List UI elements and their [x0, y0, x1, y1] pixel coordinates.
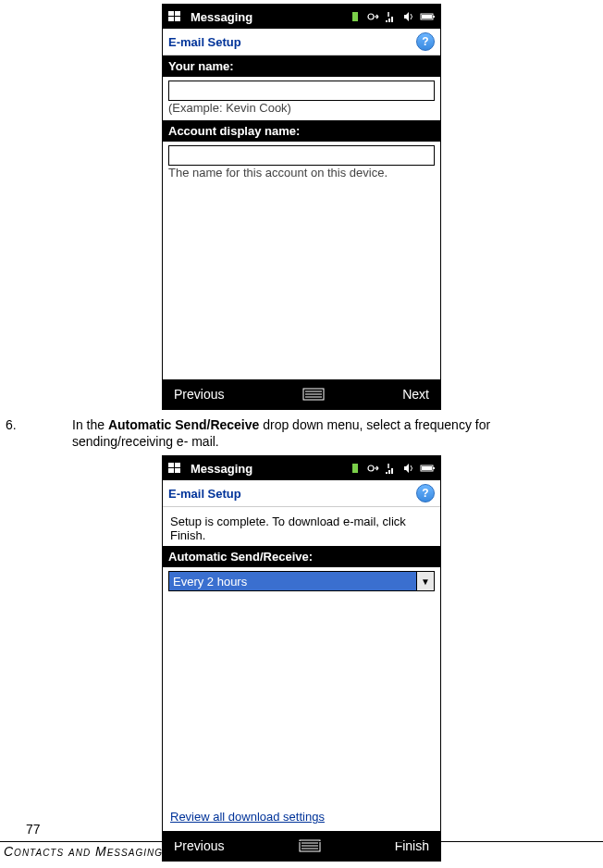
instruction-step-6: 6.In the Automatic Send/Receive drop dow… [0, 417, 603, 450]
review-all-settings-link[interactable]: Review all download settings [163, 806, 440, 831]
your-name-input[interactable] [168, 81, 435, 101]
account-display-label: Account display name: [163, 120, 440, 142]
svg-rect-24 [175, 468, 180, 473]
step-number: 6. [39, 417, 57, 434]
account-display-hint: The name for this account on this device… [163, 166, 440, 185]
sync-icon [350, 11, 361, 22]
help-icon[interactable]: ? [416, 32, 435, 51]
connection-icon [366, 463, 379, 474]
auto-send-receive-dropdown[interactable]: Every 2 hours ▼ [168, 571, 435, 591]
connection-icon [366, 11, 379, 22]
svg-rect-1 [175, 11, 180, 16]
signal-icon [385, 11, 398, 22]
chevron-down-icon: ▼ [416, 572, 434, 590]
sync-icon [350, 463, 361, 474]
setup-complete-text: Setup is complete. To download e-mail, c… [163, 507, 440, 546]
svg-rect-15 [433, 16, 435, 18]
footer-divider [0, 841, 603, 842]
battery-icon [420, 11, 437, 22]
svg-rect-25 [352, 464, 358, 473]
screen-header: E-mail Setup [168, 487, 416, 501]
account-display-input[interactable] [168, 145, 435, 166]
page-number: 77 [26, 822, 41, 837]
dropdown-value: Every 2 hours [173, 575, 247, 589]
footer-section-title: Contacts and Messaging [0, 844, 163, 859]
status-bar: Messaging [163, 5, 440, 29]
svg-rect-33 [391, 468, 393, 474]
previous-button[interactable]: Previous [174, 387, 224, 402]
svg-rect-21 [168, 463, 174, 467]
help-icon[interactable]: ? [416, 484, 435, 502]
windows-start-icon[interactable] [166, 460, 183, 477]
battery-icon [420, 463, 437, 474]
header-row: E-mail Setup ? [163, 480, 440, 507]
svg-point-5 [368, 14, 374, 19]
svg-marker-13 [404, 12, 409, 21]
svg-point-26 [368, 465, 374, 471]
svg-marker-34 [404, 464, 409, 473]
your-name-example: (Example: Kevin Cook) [163, 101, 440, 120]
screen-header: E-mail Setup [168, 35, 416, 49]
svg-rect-36 [433, 467, 435, 469]
svg-rect-22 [175, 463, 180, 467]
bottom-bar: Previous Next [163, 379, 440, 409]
header-row: E-mail Setup ? [163, 29, 440, 56]
svg-rect-3 [175, 17, 180, 21]
status-bar: Messaging [163, 456, 440, 480]
svg-rect-23 [168, 468, 174, 473]
screenshot-email-setup-name: Messaging E-mail Setup ? Your name: (Exa… [162, 4, 441, 410]
auto-send-receive-label: Automatic Send/Receive: [163, 546, 440, 567]
svg-rect-2 [168, 17, 174, 21]
svg-rect-12 [391, 17, 393, 22]
your-name-label: Your name: [163, 56, 440, 77]
windows-start-icon[interactable] [166, 8, 183, 25]
bottom-bar: Previous Finish [163, 831, 440, 861]
svg-rect-10 [386, 20, 388, 22]
svg-rect-16 [422, 15, 432, 19]
app-title: Messaging [189, 462, 344, 476]
next-button[interactable]: Next [402, 387, 429, 402]
svg-rect-0 [168, 11, 174, 16]
screenshot-email-setup-finish: Messaging E-mail Setup ? Setup is comple… [162, 455, 441, 862]
volume-icon [403, 463, 414, 474]
signal-icon [385, 463, 398, 474]
svg-rect-32 [388, 470, 390, 474]
svg-rect-31 [386, 472, 388, 474]
svg-rect-37 [422, 466, 432, 470]
keyboard-icon[interactable] [302, 387, 325, 402]
svg-rect-11 [388, 19, 390, 22]
svg-rect-4 [352, 12, 358, 21]
app-title: Messaging [189, 10, 344, 24]
volume-icon [403, 11, 414, 22]
